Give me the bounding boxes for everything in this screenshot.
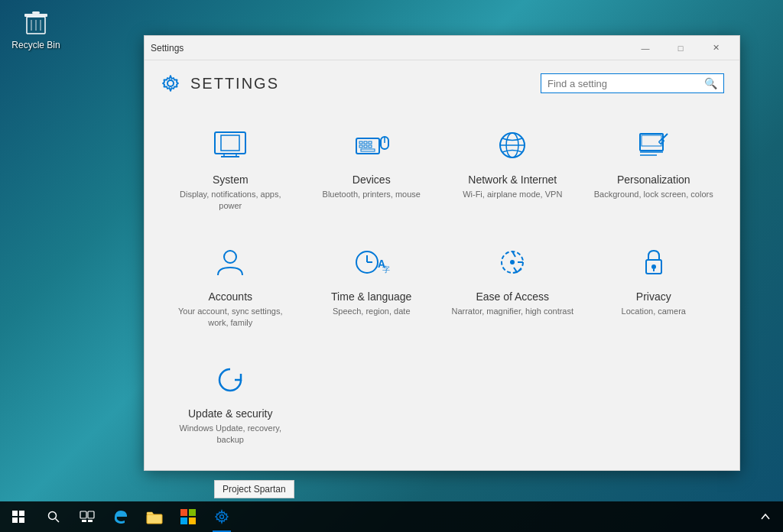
taskbar xyxy=(0,501,783,532)
svg-point-6 xyxy=(167,80,174,86)
time-icon: A 字 xyxy=(352,243,392,281)
svg-rect-54 xyxy=(180,509,187,516)
taskbar-apps xyxy=(104,501,239,532)
system-name: System xyxy=(213,174,249,186)
update-name: Update & security xyxy=(188,407,273,420)
personalization-desc: Background, lock screen, colors xyxy=(594,189,713,200)
svg-rect-2 xyxy=(32,11,40,14)
svg-rect-55 xyxy=(189,509,196,516)
start-button[interactable] xyxy=(0,501,37,532)
recycle-bin-icon[interactable]: Recycle Bin xyxy=(9,6,63,50)
system-icon xyxy=(210,126,250,164)
personalization-icon xyxy=(634,126,674,164)
minimize-button[interactable]: — xyxy=(628,36,663,60)
chevron-up-icon xyxy=(760,511,771,522)
svg-rect-56 xyxy=(180,517,187,524)
taskbar-explorer-button[interactable] xyxy=(138,501,171,532)
svg-line-48 xyxy=(56,519,60,523)
svg-point-47 xyxy=(49,512,57,520)
svg-point-37 xyxy=(510,260,515,264)
svg-rect-17 xyxy=(369,145,372,148)
svg-rect-50 xyxy=(88,511,94,518)
svg-rect-16 xyxy=(364,145,367,148)
taskbar-settings-button[interactable] xyxy=(205,501,239,532)
accounts-name: Accounts xyxy=(208,290,252,303)
privacy-desc: Location, camera xyxy=(622,306,686,317)
svg-rect-13 xyxy=(364,141,367,144)
settings-item-accounts[interactable]: Accounts Your account, sync settings, wo… xyxy=(160,228,301,345)
time-desc: Speech, region, date xyxy=(333,306,411,317)
close-button[interactable]: ✕ xyxy=(698,36,733,60)
explorer-icon xyxy=(147,510,162,524)
devices-name: Devices xyxy=(353,174,391,186)
svg-rect-18 xyxy=(361,149,375,151)
settings-title: SETTINGS xyxy=(190,75,279,92)
svg-rect-43 xyxy=(12,511,18,516)
taskbar-show-desktop-button[interactable] xyxy=(754,501,777,532)
store-icon xyxy=(180,509,196,524)
recycle-bin-svg xyxy=(21,6,51,37)
ease-name: Ease of Access xyxy=(476,290,549,303)
taskbar-edge-button[interactable] xyxy=(104,501,138,532)
title-bar-controls: — □ ✕ xyxy=(628,36,733,60)
svg-rect-44 xyxy=(19,511,24,516)
svg-rect-52 xyxy=(88,520,93,522)
svg-rect-25 xyxy=(642,135,661,146)
task-view-button[interactable] xyxy=(70,501,104,532)
personalization-name: Personalization xyxy=(617,174,690,186)
settings-grid: System Display, notifications, apps, pow… xyxy=(145,103,739,476)
settings-item-system[interactable]: System Display, notifications, apps, pow… xyxy=(160,111,301,228)
svg-rect-51 xyxy=(82,520,86,522)
settings-item-network[interactable]: Network & Internet Wi-Fi, airplane mode,… xyxy=(442,111,583,228)
taskbar-right xyxy=(754,501,783,532)
privacy-name: Privacy xyxy=(636,290,671,303)
svg-rect-46 xyxy=(19,517,24,523)
network-desc: Wi-Fi, airplane mode, VPN xyxy=(463,189,562,200)
edge-icon xyxy=(113,509,128,524)
settings-header: SETTINGS 🔍 xyxy=(145,60,739,103)
taskbar-search-button[interactable] xyxy=(37,501,70,532)
settings-item-update[interactable]: Update & security Windows Update, recove… xyxy=(160,345,301,462)
accounts-desc: Your account, sync settings, work, famil… xyxy=(167,306,294,329)
search-input[interactable] xyxy=(547,78,704,89)
system-desc: Display, notifications, apps, power xyxy=(167,189,294,212)
devices-icon xyxy=(352,126,392,164)
settings-item-privacy[interactable]: Privacy Location, camera xyxy=(583,228,725,345)
ease-icon xyxy=(492,243,532,281)
settings-item-ease[interactable]: Ease of Access Narrator, magnifier, high… xyxy=(442,228,583,345)
settings-window: Settings — □ ✕ SETTINGS 🔍 xyxy=(144,35,740,471)
devices-desc: Bluetooth, printers, mouse xyxy=(323,189,421,200)
update-icon xyxy=(210,360,250,398)
settings-item-time[interactable]: A 字 Time & language Speech, region, date xyxy=(301,228,443,345)
svg-rect-1 xyxy=(24,14,47,17)
task-view-icon xyxy=(80,511,94,522)
taskbar-store-button[interactable] xyxy=(171,501,205,532)
svg-rect-57 xyxy=(189,517,196,524)
svg-point-41 xyxy=(651,264,656,269)
svg-rect-14 xyxy=(369,141,372,144)
title-bar: Settings — □ ✕ xyxy=(145,36,739,60)
maximize-button[interactable]: □ xyxy=(663,36,698,60)
time-name: Time & language xyxy=(331,290,411,303)
settings-item-devices[interactable]: Devices Bluetooth, printers, mouse xyxy=(301,111,443,228)
settings-header-left: SETTINGS xyxy=(160,73,279,94)
taskbar-tooltip: Project Spartan xyxy=(214,480,294,498)
svg-rect-45 xyxy=(12,517,18,523)
svg-rect-12 xyxy=(359,141,362,144)
accounts-icon xyxy=(210,243,250,281)
search-icon: 🔍 xyxy=(704,77,717,89)
desktop: Recycle Bin Settings — □ ✕ SETTINGS xyxy=(0,0,783,532)
title-bar-title: Settings xyxy=(151,43,628,54)
svg-rect-15 xyxy=(359,145,362,148)
svg-rect-8 xyxy=(221,135,239,151)
settings-item-personalization[interactable]: Personalization Background, lock screen,… xyxy=(583,111,725,228)
search-box[interactable]: 🔍 xyxy=(541,73,724,93)
taskbar-settings-icon xyxy=(215,510,229,524)
update-desc: Windows Update, recovery, backup xyxy=(167,423,294,446)
recycle-bin-label: Recycle Bin xyxy=(11,40,60,50)
network-icon xyxy=(492,126,532,164)
settings-gear-icon xyxy=(160,73,181,94)
svg-point-58 xyxy=(220,515,224,519)
taskbar-search-icon xyxy=(47,511,60,523)
svg-rect-49 xyxy=(80,511,86,518)
